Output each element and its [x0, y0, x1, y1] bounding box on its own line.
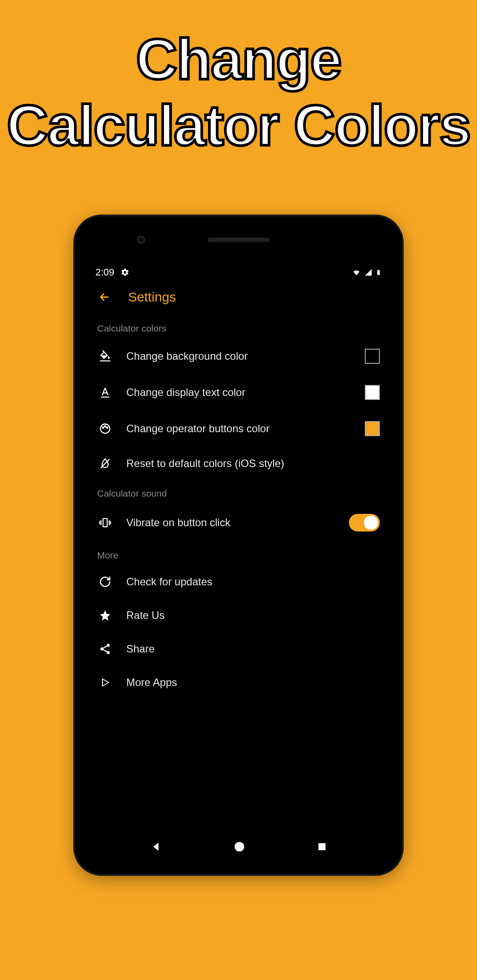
headline-line2: Calculator Colors [0, 93, 477, 159]
row-label: Vibrate on button click [126, 516, 336, 529]
svg-point-18 [235, 842, 244, 852]
settings-content: Calculator colors Change background colo… [87, 315, 390, 828]
svg-point-13 [101, 648, 104, 651]
row-label: More Apps [126, 676, 380, 689]
page-title: Settings [128, 290, 176, 305]
row-change-background[interactable]: Change background color [95, 338, 382, 374]
gear-icon [121, 268, 129, 277]
marketing-headline: Change Calculator Colors [0, 0, 477, 158]
svg-line-15 [103, 646, 107, 648]
svg-point-14 [107, 651, 110, 654]
nav-home-icon[interactable] [234, 841, 245, 852]
phone-screen: 2:09 Settings [87, 260, 390, 862]
back-arrow-icon[interactable] [98, 291, 110, 303]
section-header-colors: Calculator colors [95, 315, 382, 338]
svg-rect-7 [103, 519, 107, 527]
color-swatch-operator[interactable] [365, 421, 380, 436]
phone-camera [137, 236, 145, 244]
svg-point-5 [106, 427, 108, 428]
row-label: Change background color [126, 350, 352, 362]
svg-point-3 [102, 427, 104, 428]
section-header-sound: Calculator sound [95, 480, 382, 503]
palette-icon [97, 422, 113, 435]
svg-line-16 [103, 650, 107, 652]
headline-line1: Change [0, 26, 477, 93]
share-icon [97, 643, 113, 655]
row-label: Change display text color [126, 386, 352, 399]
status-time: 2:09 [95, 267, 114, 278]
signal-icon [364, 268, 373, 276]
row-more-apps[interactable]: More Apps [95, 666, 382, 699]
vibrate-icon [97, 516, 113, 529]
play-icon [97, 677, 113, 688]
row-share[interactable]: Share [95, 632, 382, 666]
status-bar: 2:09 [87, 260, 390, 281]
phone-frame: 2:09 Settings [75, 216, 402, 874]
color-swatch-text[interactable] [365, 385, 380, 400]
nav-recent-icon[interactable] [317, 841, 327, 852]
toggle-knob [364, 516, 378, 530]
paint-bucket-icon [97, 350, 113, 362]
update-icon [97, 576, 113, 588]
row-change-operator-color[interactable]: Change operator buttons color [95, 411, 382, 447]
text-color-icon [97, 386, 113, 399]
row-label: Change operator buttons color [126, 422, 352, 435]
row-label: Reset to default colors (iOS style) [126, 457, 380, 470]
svg-rect-0 [100, 360, 110, 361]
section-header-more: More [95, 542, 382, 565]
row-vibrate[interactable]: Vibrate on button click [95, 503, 382, 542]
svg-rect-19 [318, 843, 326, 850]
row-check-updates[interactable]: Check for updates [95, 565, 382, 599]
row-rate-us[interactable]: Rate Us [95, 599, 382, 632]
row-change-text-color[interactable]: Change display text color [95, 374, 382, 411]
svg-rect-1 [101, 396, 110, 397]
svg-point-4 [105, 426, 106, 427]
svg-point-12 [107, 644, 110, 647]
row-label: Check for updates [126, 576, 380, 588]
app-bar: Settings [87, 281, 390, 315]
reset-drop-icon [97, 457, 113, 470]
wifi-icon [352, 268, 361, 276]
android-nav-bar [87, 828, 390, 862]
row-label: Rate Us [126, 609, 380, 622]
row-label: Share [126, 643, 380, 655]
battery-icon [375, 268, 382, 277]
row-reset-colors[interactable]: Reset to default colors (iOS style) [95, 447, 382, 480]
star-icon [97, 609, 113, 622]
color-swatch-background[interactable] [365, 349, 380, 364]
vibrate-toggle[interactable] [349, 514, 380, 531]
phone-speaker [208, 237, 269, 242]
svg-marker-17 [102, 679, 109, 686]
nav-back-icon[interactable] [150, 841, 162, 853]
